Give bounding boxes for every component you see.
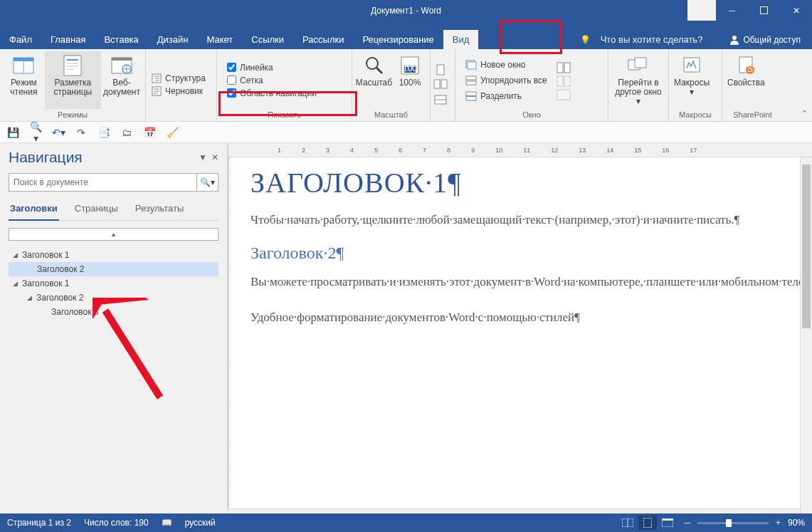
navigation-search[interactable]: 🔍▾ [9,173,218,192]
svg-rect-42 [557,63,563,73]
search-input[interactable] [9,174,196,191]
ruler-checkbox[interactable]: Линейка [224,61,349,74]
zoom-slider[interactable] [697,522,769,524]
tell-me-input[interactable]: Что вы хотите сделать? [594,34,710,45]
print-layout-view-button[interactable] [638,516,657,530]
reset-window-button[interactable] [557,89,571,100]
menu-bar: Файл Главная Вставка Дизайн Макет Ссылки… [0,21,812,49]
tab-headings[interactable]: Заголовки [9,200,59,221]
page-indicator[interactable]: Страница 1 из 2 [7,518,71,528]
zoom-100-button[interactable]: 100100 100% [393,51,427,109]
heading-2[interactable]: Заголовок·2¶ [251,244,812,263]
tree-item[interactable]: Заголовок 3 [9,305,218,319]
print-layout-icon [61,54,84,77]
proofing-icon[interactable]: 📖 [162,518,172,528]
qat-more-1[interactable]: 📑 [97,127,111,138]
new-window-button[interactable]: Новое окно [463,58,550,71]
share-button[interactable]: Общий доступ [724,35,806,45]
multi-page-button[interactable] [433,79,452,92]
zoom-button[interactable]: Масштаб [355,51,393,109]
switch-windows-button[interactable]: Перейти в другое окно ▾ [611,51,665,118]
minimize-button[interactable]: ─ [716,0,748,21]
qat-eraser[interactable]: 🧹 [165,127,179,138]
close-button[interactable]: ✕ [780,0,812,21]
body-paragraph[interactable]: Вы·можете·просматривать·и·изменять·этот·… [251,271,812,293]
side-by-side-button[interactable] [557,62,571,73]
read-mode-view-button[interactable] [618,516,637,530]
menu-mailings[interactable]: Рассылки [293,30,353,49]
nav-close-button[interactable]: ✕ [211,152,218,162]
one-page-button[interactable] [433,64,452,77]
navigation-tree: ◢Заголовок 1 Заголовок 2 ◢Заголовок 1 ◢З… [9,245,218,319]
document-page[interactable]: ЗАГОЛОВОК·1¶ Чтобы·начать·работу,·щелкни… [228,157,812,521]
quick-print-button[interactable]: 🔍▾ [28,121,43,144]
properties-button[interactable]: S Свойства [725,51,767,109]
person-icon [729,35,739,45]
gridlines-checkbox[interactable]: Сетка [224,74,349,87]
body-paragraph[interactable]: Удобное·форматирование·документов·Word·с… [251,307,812,328]
sync-scroll-button[interactable] [557,75,571,87]
svg-rect-55 [643,518,652,528]
window-title: Документ1 - Word [371,6,441,16]
svg-line-26 [376,68,382,73]
web-layout-button[interactable]: Веб-документ [101,51,142,109]
tree-item[interactable]: ◢Заголовок 1 [9,276,218,291]
zoom-in-button[interactable]: + [776,518,781,528]
body-paragraph[interactable]: Чтобы·начать·работу,·щелкните·любой·заме… [251,209,812,231]
group-label-show: Показать [220,109,349,121]
heading-1[interactable]: ЗАГОЛОВОК·1¶ [251,166,812,199]
page-width-button[interactable] [433,94,452,107]
navigation-pane-checkbox[interactable]: Область навигации [224,87,349,100]
menu-view[interactable]: Вид [443,30,479,49]
word-count[interactable]: Число слов: 190 [84,518,149,528]
language-indicator[interactable]: русский [185,518,216,528]
main-area: Навигация ▼ ✕ 🔍▾ Заголовки Страницы Резу… [0,143,812,521]
macros-icon [680,54,703,77]
svg-rect-5 [14,58,33,61]
undo-button[interactable]: ↶▾ [51,127,65,138]
maximize-button[interactable] [748,0,780,21]
vertical-scrollbar[interactable] [800,157,812,521]
tab-results[interactable]: Результаты [134,200,185,220]
web-layout-view-button[interactable] [658,516,677,530]
macros-button[interactable]: Макросы▾ [672,51,712,109]
navigation-title: Навигация [9,149,83,166]
split-button[interactable]: Разделить [463,90,550,103]
menu-design[interactable]: Дизайн [148,30,198,49]
zoom-out-button[interactable]: ─ [684,518,690,528]
nav-jump-bar[interactable]: ▴ [9,228,218,241]
qat-more-3[interactable]: 📅 [142,127,157,138]
search-button[interactable]: 🔍▾ [196,174,218,191]
zoom-level[interactable]: 90% [788,518,805,528]
svg-point-25 [367,58,378,69]
web-layout-icon [110,54,133,77]
menu-insert[interactable]: Вставка [95,30,147,49]
horizontal-ruler[interactable]: 1234567891011121314151617 [228,143,812,157]
draft-button[interactable]: Черновик [149,85,213,98]
menu-file[interactable]: Файл [0,30,41,49]
tab-pages[interactable]: Страницы [73,200,120,220]
qat-more-2[interactable]: 🗂 [120,127,134,138]
menu-review[interactable]: Рецензирование [353,30,443,49]
print-layout-button[interactable]: Разметка страницы [45,51,101,109]
read-mode-button[interactable]: Режим чтения [3,51,45,109]
save-button[interactable]: 💾 [6,127,20,138]
structure-button[interactable]: Структура [149,72,213,85]
svg-rect-39 [466,81,476,85]
redo-button[interactable]: ↷ [74,127,88,138]
arrange-all-button[interactable]: Упорядочить все [463,74,550,87]
new-window-icon [465,60,477,70]
nav-dropdown-icon[interactable]: ▼ [199,152,207,162]
svg-rect-45 [564,76,570,86]
draft-icon [152,86,162,96]
tree-item[interactable]: ◢Заголовок 1 [9,248,218,262]
menu-references[interactable]: Ссылки [242,30,293,49]
tree-item[interactable]: Заголовок 2 [9,262,218,276]
svg-rect-44 [557,76,563,86]
switch-windows-icon [627,54,650,77]
tree-item[interactable]: ◢Заголовок 2 [9,291,218,305]
menu-layout[interactable]: Макет [197,30,242,49]
collapse-ribbon-button[interactable]: ⌃ [801,109,808,118]
svg-rect-13 [112,58,132,61]
menu-home[interactable]: Главная [41,30,95,49]
